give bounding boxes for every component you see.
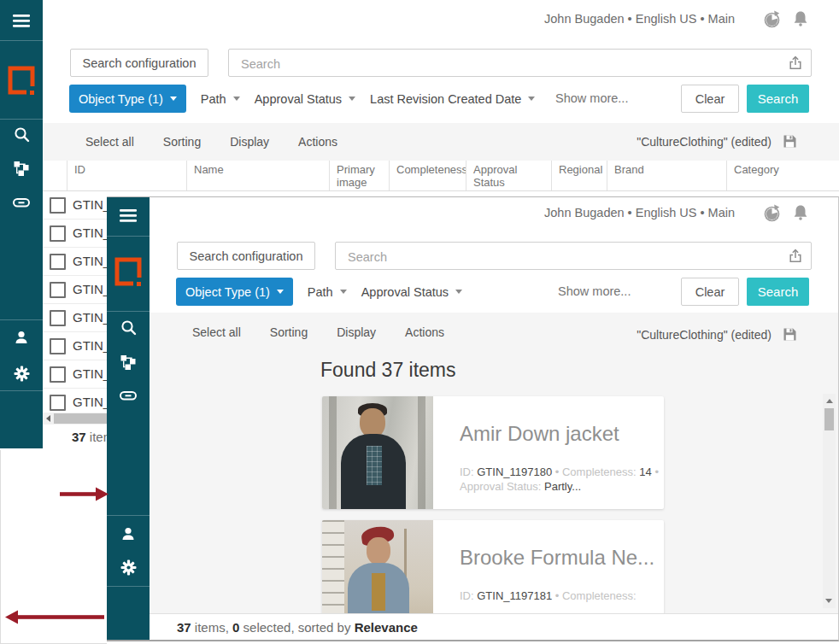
scrollbar-thumb[interactable]	[824, 408, 834, 430]
gear-icon[interactable]	[107, 559, 150, 576]
divider	[107, 311, 150, 312]
column-regional[interactable]: Regional	[551, 161, 607, 190]
display-button[interactable]: Display	[230, 135, 269, 149]
actions-button[interactable]: Actions	[298, 135, 337, 149]
filter-chip-row: Object Type (1) Path Approval Status	[176, 278, 462, 306]
main-area: John Bugaden • English US • Main Search …	[150, 197, 838, 640]
export-icon[interactable]	[789, 56, 802, 73]
search-input[interactable]	[346, 243, 682, 271]
export-icon[interactable]	[789, 249, 802, 266]
divider	[107, 586, 150, 587]
row-checkbox[interactable]	[50, 310, 66, 326]
display-button[interactable]: Display	[337, 325, 376, 339]
saved-search-label: "CultureClothing" (edited)	[637, 135, 772, 149]
scroll-down-arrow-icon[interactable]	[825, 599, 832, 603]
history-icon[interactable]	[763, 204, 781, 225]
column-checkbox	[43, 161, 67, 190]
row-checkbox[interactable]	[50, 395, 66, 411]
user-icon[interactable]	[107, 526, 150, 542]
search-icon[interactable]	[107, 319, 150, 336]
search-configuration-button[interactable]: Search configuration	[177, 242, 315, 270]
column-completeness[interactable]: Completeness	[389, 161, 466, 190]
clear-button[interactable]: Clear	[681, 85, 739, 113]
hierarchy-icon[interactable]	[107, 354, 150, 370]
user-session-info[interactable]: John Bugaden • English US • Main	[544, 12, 735, 26]
link-icon[interactable]	[0, 195, 43, 211]
logo-mark[interactable]	[107, 256, 150, 288]
filter-chip-object-type[interactable]: Object Type (1)	[69, 85, 186, 113]
product-card[interactable]: Amir Down jacket ID: GTIN_1197180 • Comp…	[322, 396, 664, 509]
user-icon[interactable]	[0, 330, 43, 345]
select-all-button[interactable]: Select all	[192, 325, 241, 339]
column-id[interactable]: ID	[67, 161, 186, 190]
column-brand[interactable]: Brand	[607, 161, 726, 190]
column-name[interactable]: Name	[186, 161, 329, 190]
row-checkbox[interactable]	[50, 197, 66, 214]
actions-button[interactable]: Actions	[405, 325, 444, 339]
search-button[interactable]: Search	[747, 85, 809, 113]
user-session-info[interactable]: John Bugaden • English US • Main	[544, 206, 735, 220]
divider	[0, 40, 43, 41]
row-checkbox[interactable]	[50, 225, 66, 242]
chevron-down-icon	[455, 290, 462, 294]
product-image	[322, 396, 433, 509]
bell-icon[interactable]	[793, 204, 808, 225]
save-icon[interactable]	[783, 134, 797, 152]
column-approval-status[interactable]: Approval Status	[466, 161, 551, 190]
chevron-down-icon	[277, 290, 284, 294]
show-more-link[interactable]: Show more...	[555, 91, 628, 105]
vertical-scrollbar[interactable]	[823, 394, 836, 608]
search-box	[335, 242, 812, 270]
filter-chip-approval-status[interactable]: Approval Status	[361, 285, 462, 299]
filter-chip-object-type[interactable]: Object Type (1)	[176, 278, 293, 306]
column-category[interactable]: Category	[726, 161, 839, 190]
search-icon[interactable]	[0, 126, 43, 143]
product-meta: ID: GTIN_1197180 • Completeness: 14 • Ap…	[460, 465, 660, 494]
product-meta: ID: GTIN_1197181 • Completeness:	[460, 588, 660, 603]
row-checkbox[interactable]	[50, 338, 66, 354]
link-icon[interactable]	[107, 388, 150, 404]
row-checkbox[interactable]	[50, 282, 66, 298]
save-icon[interactable]	[783, 327, 797, 345]
gear-icon[interactable]	[0, 366, 43, 382]
search-configuration-button[interactable]: Search configuration	[70, 49, 208, 77]
annotated-screenshot: John Bugaden • English US • Main Search …	[0, 0, 839, 644]
filter-chip-last-revision-date[interactable]: Last Revision Created Date	[370, 92, 535, 106]
results-count-status: 37 items, 0 selected, sorted by Relevanc…	[177, 620, 418, 635]
scroll-up-arrow-icon[interactable]	[826, 399, 833, 403]
product-title: Brooke Formula Ne...	[460, 546, 655, 570]
row-checkbox[interactable]	[50, 366, 66, 383]
scroll-left-arrow-icon[interactable]	[46, 415, 50, 422]
row-checkbox[interactable]	[50, 254, 66, 270]
chevron-down-icon	[349, 97, 355, 101]
logo-mark[interactable]	[0, 65, 43, 97]
filter-chip-approval-status[interactable]: Approval Status	[255, 92, 355, 106]
results-area: Found 37 items Amir Down jacket ID: GTIN…	[150, 352, 838, 614]
show-more-link[interactable]: Show more...	[558, 284, 631, 298]
chevron-down-icon	[528, 97, 535, 101]
product-image	[322, 520, 433, 614]
hamburger-menu-icon[interactable]	[107, 209, 150, 222]
search-input[interactable]	[239, 50, 650, 78]
hierarchy-icon[interactable]	[0, 161, 43, 176]
filter-chip-path[interactable]: Path	[308, 285, 347, 299]
sorting-button[interactable]: Sorting	[163, 135, 201, 149]
hamburger-menu-icon[interactable]	[0, 15, 43, 27]
divider	[107, 236, 150, 237]
divider	[0, 319, 43, 320]
sidebar	[107, 197, 150, 640]
history-icon[interactable]	[763, 10, 781, 32]
column-primary-image[interactable]: Primary image	[329, 161, 389, 190]
select-all-button[interactable]: Select all	[85, 135, 134, 149]
chevron-down-icon	[170, 97, 177, 101]
search-button[interactable]: Search	[747, 278, 809, 306]
divider	[0, 119, 43, 120]
sorting-button[interactable]: Sorting	[270, 325, 308, 339]
clear-button[interactable]: Clear	[681, 278, 739, 306]
window-tile-view: John Bugaden • English US • Main Search …	[107, 196, 839, 641]
product-card[interactable]: Brooke Formula Ne... ID: GTIN_1197181 • …	[322, 520, 664, 614]
filter-chip-path[interactable]: Path	[201, 92, 240, 106]
results-heading: Found 37 items	[320, 359, 456, 382]
bell-icon[interactable]	[793, 10, 808, 31]
saved-search-label: "CultureClothing" (edited)	[637, 328, 772, 342]
